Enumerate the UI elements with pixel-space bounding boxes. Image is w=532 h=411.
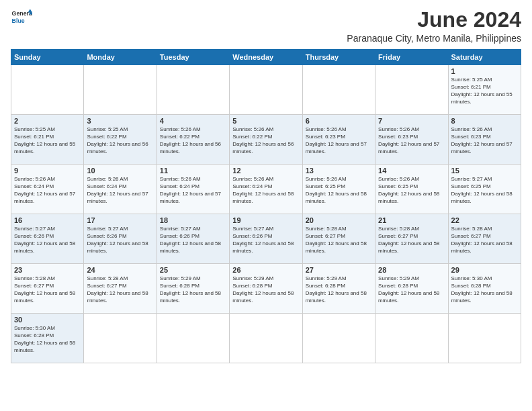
day-number: 10 <box>87 167 153 175</box>
day-number: 22 <box>451 216 518 224</box>
calendar-cell: 6Sunrise: 5:26 AM Sunset: 6:23 PM Daylig… <box>302 115 375 165</box>
calendar-cell <box>302 65 375 115</box>
calendar-cell: 24Sunrise: 5:28 AM Sunset: 6:27 PM Dayli… <box>84 264 157 314</box>
calendar-cell: 3Sunrise: 5:25 AM Sunset: 6:22 PM Daylig… <box>84 115 157 165</box>
calendar-cell: 29Sunrise: 5:30 AM Sunset: 6:28 PM Dayli… <box>448 264 521 314</box>
logo-icon: General Blue <box>11 8 32 27</box>
calendar-cell: 4Sunrise: 5:26 AM Sunset: 6:22 PM Daylig… <box>157 115 229 165</box>
header: General Blue June 2024 Paranaque City, M… <box>11 8 521 44</box>
day-info: Sunrise: 5:25 AM Sunset: 6:22 PM Dayligh… <box>87 126 153 155</box>
calendar-cell: 9Sunrise: 5:26 AM Sunset: 6:24 PM Daylig… <box>11 165 84 214</box>
day-number: 3 <box>87 117 153 125</box>
day-info: Sunrise: 5:26 AM Sunset: 6:25 PM Dayligh… <box>306 176 372 205</box>
logo: General Blue <box>11 8 32 27</box>
calendar-cell: 16Sunrise: 5:27 AM Sunset: 6:26 PM Dayli… <box>11 214 84 264</box>
calendar-cell: 15Sunrise: 5:27 AM Sunset: 6:25 PM Dayli… <box>448 165 521 214</box>
day-number: 6 <box>306 117 372 125</box>
day-number: 8 <box>451 117 518 125</box>
day-number: 18 <box>160 216 226 224</box>
day-number: 11 <box>160 167 226 175</box>
day-info: Sunrise: 5:27 AM Sunset: 6:26 PM Dayligh… <box>160 226 226 255</box>
day-info: Sunrise: 5:26 AM Sunset: 6:22 PM Dayligh… <box>160 126 226 155</box>
header-day-friday: Friday <box>375 50 448 65</box>
day-number: 5 <box>232 117 299 125</box>
calendar-cell: 30Sunrise: 5:30 AM Sunset: 6:28 PM Dayli… <box>11 314 84 363</box>
svg-text:Blue: Blue <box>12 17 25 24</box>
day-number: 16 <box>14 216 81 224</box>
day-number: 17 <box>87 216 153 224</box>
calendar-cell <box>11 65 84 115</box>
day-number: 1 <box>451 67 518 75</box>
day-info: Sunrise: 5:26 AM Sunset: 6:24 PM Dayligh… <box>14 176 81 205</box>
day-number: 14 <box>378 167 445 175</box>
calendar-cell: 23Sunrise: 5:28 AM Sunset: 6:27 PM Dayli… <box>11 264 84 314</box>
day-info: Sunrise: 5:29 AM Sunset: 6:28 PM Dayligh… <box>232 275 299 304</box>
day-number: 30 <box>14 316 81 324</box>
day-info: Sunrise: 5:26 AM Sunset: 6:23 PM Dayligh… <box>306 126 372 155</box>
calendar-cell: 10Sunrise: 5:26 AM Sunset: 6:24 PM Dayli… <box>84 165 157 214</box>
calendar-cell: 14Sunrise: 5:26 AM Sunset: 6:25 PM Dayli… <box>375 165 448 214</box>
day-info: Sunrise: 5:26 AM Sunset: 6:24 PM Dayligh… <box>160 176 226 205</box>
day-number: 23 <box>14 266 81 274</box>
calendar-cell <box>84 65 157 115</box>
day-info: Sunrise: 5:26 AM Sunset: 6:23 PM Dayligh… <box>451 126 518 155</box>
calendar-cell <box>375 314 448 363</box>
day-info: Sunrise: 5:30 AM Sunset: 6:28 PM Dayligh… <box>14 325 81 354</box>
day-info: Sunrise: 5:26 AM Sunset: 6:24 PM Dayligh… <box>232 176 299 205</box>
calendar-table: SundayMondayTuesdayWednesdayThursdayFrid… <box>11 49 521 363</box>
calendar-cell <box>230 65 302 115</box>
day-number: 29 <box>451 266 518 274</box>
day-info: Sunrise: 5:26 AM Sunset: 6:23 PM Dayligh… <box>378 126 445 155</box>
day-number: 20 <box>306 216 372 224</box>
week-row-2: 9Sunrise: 5:26 AM Sunset: 6:24 PM Daylig… <box>11 165 521 214</box>
week-row-1: 2Sunrise: 5:25 AM Sunset: 6:21 PM Daylig… <box>11 115 521 165</box>
calendar-cell: 26Sunrise: 5:29 AM Sunset: 6:28 PM Dayli… <box>230 264 302 314</box>
day-info: Sunrise: 5:27 AM Sunset: 6:26 PM Dayligh… <box>14 226 81 255</box>
week-row-5: 30Sunrise: 5:30 AM Sunset: 6:28 PM Dayli… <box>11 314 521 363</box>
header-day-wednesday: Wednesday <box>230 50 302 65</box>
day-info: Sunrise: 5:26 AM Sunset: 6:25 PM Dayligh… <box>378 176 445 205</box>
day-info: Sunrise: 5:25 AM Sunset: 6:21 PM Dayligh… <box>451 77 518 105</box>
day-number: 15 <box>451 167 518 175</box>
day-number: 9 <box>14 167 81 175</box>
calendar-cell: 27Sunrise: 5:29 AM Sunset: 6:28 PM Dayli… <box>302 264 375 314</box>
day-info: Sunrise: 5:28 AM Sunset: 6:27 PM Dayligh… <box>378 226 445 255</box>
day-info: Sunrise: 5:27 AM Sunset: 6:26 PM Dayligh… <box>232 226 299 255</box>
calendar-cell: 11Sunrise: 5:26 AM Sunset: 6:24 PM Dayli… <box>157 165 229 214</box>
day-info: Sunrise: 5:28 AM Sunset: 6:27 PM Dayligh… <box>14 275 81 304</box>
calendar-cell: 18Sunrise: 5:27 AM Sunset: 6:26 PM Dayli… <box>157 214 229 264</box>
calendar-cell <box>157 65 229 115</box>
day-number: 21 <box>378 216 445 224</box>
day-number: 7 <box>378 117 445 125</box>
calendar-cell <box>157 314 229 363</box>
calendar-cell: 22Sunrise: 5:28 AM Sunset: 6:27 PM Dayli… <box>448 214 521 264</box>
day-info: Sunrise: 5:26 AM Sunset: 6:22 PM Dayligh… <box>232 126 299 155</box>
day-info: Sunrise: 5:28 AM Sunset: 6:27 PM Dayligh… <box>87 275 153 304</box>
header-day-tuesday: Tuesday <box>157 50 229 65</box>
day-info: Sunrise: 5:28 AM Sunset: 6:27 PM Dayligh… <box>306 226 372 255</box>
calendar-cell: 8Sunrise: 5:26 AM Sunset: 6:23 PM Daylig… <box>448 115 521 165</box>
calendar-cell: 2Sunrise: 5:25 AM Sunset: 6:21 PM Daylig… <box>11 115 84 165</box>
calendar-cell: 28Sunrise: 5:29 AM Sunset: 6:28 PM Dayli… <box>375 264 448 314</box>
day-info: Sunrise: 5:27 AM Sunset: 6:25 PM Dayligh… <box>451 176 518 205</box>
day-number: 27 <box>306 266 372 274</box>
subtitle: Paranaque City, Metro Manila, Philippine… <box>347 33 521 44</box>
week-row-4: 23Sunrise: 5:28 AM Sunset: 6:27 PM Dayli… <box>11 264 521 314</box>
calendar-cell: 19Sunrise: 5:27 AM Sunset: 6:26 PM Dayli… <box>230 214 302 264</box>
day-number: 24 <box>87 266 153 274</box>
title-section: June 2024 Paranaque City, Metro Manila, … <box>347 8 521 44</box>
day-info: Sunrise: 5:27 AM Sunset: 6:26 PM Dayligh… <box>87 226 153 255</box>
calendar-cell: 17Sunrise: 5:27 AM Sunset: 6:26 PM Dayli… <box>84 214 157 264</box>
week-row-0: 1Sunrise: 5:25 AM Sunset: 6:21 PM Daylig… <box>11 65 521 115</box>
day-number: 28 <box>378 266 445 274</box>
day-info: Sunrise: 5:29 AM Sunset: 6:28 PM Dayligh… <box>160 275 226 304</box>
calendar-cell <box>375 65 448 115</box>
calendar-cell <box>448 314 521 363</box>
calendar-cell: 25Sunrise: 5:29 AM Sunset: 6:28 PM Dayli… <box>157 264 229 314</box>
day-number: 12 <box>232 167 299 175</box>
calendar-cell: 7Sunrise: 5:26 AM Sunset: 6:23 PM Daylig… <box>375 115 448 165</box>
header-day-monday: Monday <box>84 50 157 65</box>
calendar-cell <box>302 314 375 363</box>
header-row: SundayMondayTuesdayWednesdayThursdayFrid… <box>11 50 521 65</box>
month-title: June 2024 <box>347 8 521 32</box>
